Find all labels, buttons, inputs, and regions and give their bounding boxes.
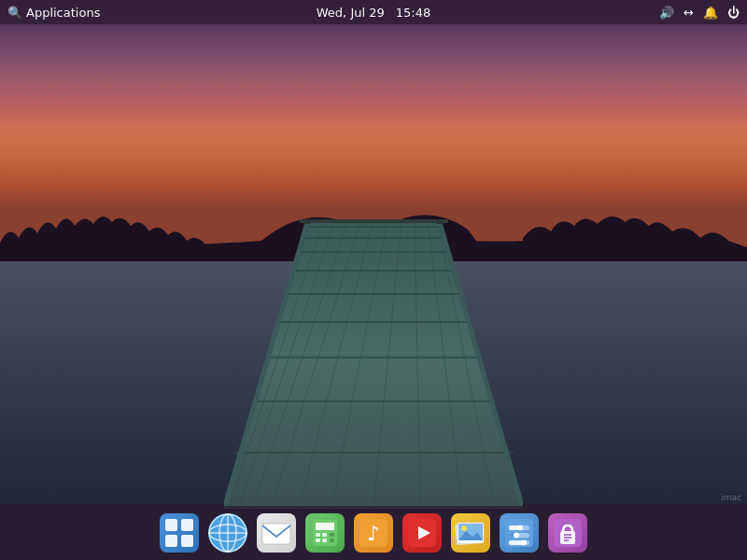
svg-point-61 [514,533,519,539]
svg-rect-40 [316,533,320,537]
menubar: 🔍 Applications Wed, Jul 29 15:48 🔊 ↔ 🔔 ⏻ [0,0,747,24]
desktop: imac 🔍 Applications Wed, Jul 29 15:48 🔊 … [0,0,747,560]
dock-item-app-store[interactable] [545,511,590,555]
svg-text:♪: ♪ [367,522,380,545]
notification-icon[interactable]: 🔔 [703,6,718,20]
dock-item-video[interactable] [400,511,444,555]
svg-point-53 [461,525,467,531]
svg-rect-37 [262,524,290,544]
svg-rect-39 [316,523,334,530]
dock-item-mail[interactable] [254,511,299,555]
time-display: 15:48 [396,6,430,20]
svg-rect-43 [316,539,320,542]
svg-rect-23 [299,219,448,223]
svg-rect-25 [436,219,444,224]
svg-rect-29 [181,535,193,547]
svg-point-64 [521,540,527,546]
svg-point-58 [517,525,523,531]
svg-marker-0 [224,219,523,509]
svg-rect-28 [165,535,177,547]
menubar-right: 🔊 ↔ 🔔 ⏻ [659,6,740,20]
applications-label[interactable]: Applications [26,6,100,20]
svg-rect-42 [330,533,334,537]
search-icon[interactable]: 🔍 [7,6,22,20]
svg-rect-26 [165,519,177,531]
dock-item-photos[interactable] [448,511,493,555]
dock-item-web-browser[interactable] [205,511,250,555]
volume-icon[interactable]: 🔊 [659,6,674,20]
network-icon[interactable]: ↔ [684,6,694,20]
svg-rect-45 [330,539,334,542]
power-icon[interactable]: ⏻ [727,6,740,20]
dock-item-music[interactable]: ♪ [351,511,396,555]
svg-rect-41 [322,533,327,537]
svg-rect-27 [181,519,193,531]
svg-rect-24 [303,219,311,224]
menubar-center: Wed, Jul 29 15:48 [317,6,430,20]
date-display: Wed, Jul 29 [317,6,385,20]
dock-item-calculator[interactable] [303,511,347,555]
taskbar: ♪ [0,506,747,560]
dock-item-settings[interactable] [497,511,542,555]
pier [224,219,523,509]
dock-item-workspaces[interactable] [157,511,202,555]
watermark: imac [721,493,741,502]
menubar-left: 🔍 Applications [7,6,100,20]
svg-rect-44 [322,539,327,542]
